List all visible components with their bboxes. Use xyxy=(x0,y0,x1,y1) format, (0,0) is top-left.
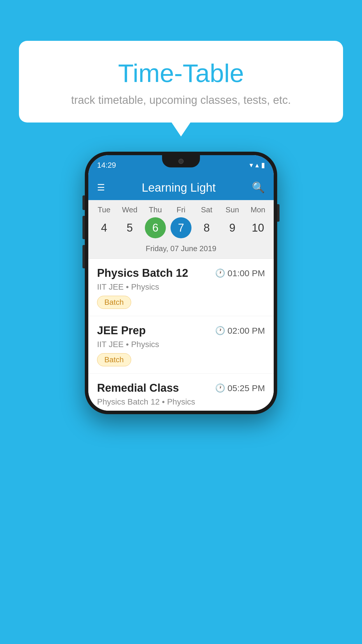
speech-bubble: Time-Table track timetable, upcoming cla… xyxy=(19,41,343,123)
schedule-row1-item3: Remedial Class 🕐 05:25 PM xyxy=(97,382,265,394)
app-title: Learning Light xyxy=(142,181,216,194)
schedule-row1-item2: JEE Prep 🕐 02:00 PM xyxy=(97,324,265,337)
day-label-fri: Fri xyxy=(171,205,191,214)
day-label-tue: Tue xyxy=(94,205,115,214)
day-label-sun: Sun xyxy=(222,205,243,214)
day-8[interactable]: 8 xyxy=(196,217,217,238)
bubble-subtitle: track timetable, upcoming classes, tests… xyxy=(34,94,328,106)
volume-down-button xyxy=(82,245,85,268)
day-numbers: 4 5 6 7 8 9 10 xyxy=(88,217,274,238)
speech-bubble-container: Time-Table track timetable, upcoming cla… xyxy=(19,41,343,123)
day-label-sat: Sat xyxy=(196,205,217,214)
wifi-icon: ▾ xyxy=(249,161,253,169)
phone-screen: 14:29 ▾ ▴ ▮ ☰ Learning Light 🔍 Tue xyxy=(88,155,274,411)
app-header: ☰ Learning Light 🔍 xyxy=(88,175,274,200)
time-value-1: 01:00 PM xyxy=(228,268,265,278)
schedule-subtitle-3: Physics Batch 12 • Physics xyxy=(97,397,265,407)
mute-button xyxy=(82,195,85,210)
batch-tag-1: Batch xyxy=(97,296,131,309)
schedule-time-2: 🕐 02:00 PM xyxy=(215,326,265,336)
battery-icon: ▮ xyxy=(261,161,265,169)
schedule-row1-item1: Physics Batch 12 🕐 01:00 PM xyxy=(97,267,265,279)
front-camera xyxy=(178,159,184,164)
selected-date: Friday, 07 June 2019 xyxy=(88,242,274,259)
schedule-subtitle-2: IIT JEE • Physics xyxy=(97,340,265,349)
schedule-item-3[interactable]: Remedial Class 🕐 05:25 PM Physics Batch … xyxy=(88,374,274,411)
schedule-title-1: Physics Batch 12 xyxy=(97,267,188,279)
schedule-list: Physics Batch 12 🕐 01:00 PM IIT JEE • Ph… xyxy=(88,259,274,411)
status-icons: ▾ ▴ ▮ xyxy=(249,161,265,169)
day-label-wed: Wed xyxy=(119,205,140,214)
batch-tag-2: Batch xyxy=(97,353,131,366)
menu-icon[interactable]: ☰ xyxy=(97,183,106,192)
phone-outer: 14:29 ▾ ▴ ▮ ☰ Learning Light 🔍 Tue xyxy=(85,152,277,414)
schedule-title-3: Remedial Class xyxy=(97,382,179,394)
day-label-mon: Mon xyxy=(247,205,268,214)
phone-notch xyxy=(162,155,200,167)
status-time: 14:29 xyxy=(97,161,116,170)
day-7-selected[interactable]: 7 xyxy=(171,217,191,238)
day-4[interactable]: 4 xyxy=(94,217,115,238)
time-value-3: 05:25 PM xyxy=(228,383,265,393)
schedule-item-1[interactable]: Physics Batch 12 🕐 01:00 PM IIT JEE • Ph… xyxy=(88,259,274,316)
schedule-item-2[interactable]: JEE Prep 🕐 02:00 PM IIT JEE • Physics Ba… xyxy=(88,316,274,374)
phone-mockup: 14:29 ▾ ▴ ▮ ☰ Learning Light 🔍 Tue xyxy=(85,152,277,414)
day-label-thu: Thu xyxy=(145,205,166,214)
day-5[interactable]: 5 xyxy=(119,217,140,238)
day-labels: Tue Wed Thu Fri Sat Sun Mon xyxy=(88,205,274,214)
clock-icon-1: 🕐 xyxy=(215,268,225,278)
schedule-title-2: JEE Prep xyxy=(97,324,146,337)
day-10[interactable]: 10 xyxy=(247,217,268,238)
bubble-title: Time-Table xyxy=(34,58,328,88)
clock-icon-3: 🕐 xyxy=(215,383,225,393)
status-bar: 14:29 ▾ ▴ ▮ xyxy=(88,155,274,175)
day-6-today[interactable]: 6 xyxy=(145,217,166,238)
time-value-2: 02:00 PM xyxy=(228,326,265,336)
schedule-time-1: 🕐 01:00 PM xyxy=(215,268,265,278)
volume-up-button xyxy=(82,216,85,239)
signal-icon: ▴ xyxy=(255,161,259,169)
power-button xyxy=(277,204,280,222)
schedule-time-3: 🕐 05:25 PM xyxy=(215,383,265,393)
calendar-strip: Tue Wed Thu Fri Sat Sun Mon 4 5 6 7 8 9 … xyxy=(88,200,274,259)
search-icon[interactable]: 🔍 xyxy=(252,181,265,194)
clock-icon-2: 🕐 xyxy=(215,326,225,335)
schedule-subtitle-1: IIT JEE • Physics xyxy=(97,282,265,292)
day-9[interactable]: 9 xyxy=(222,217,243,238)
